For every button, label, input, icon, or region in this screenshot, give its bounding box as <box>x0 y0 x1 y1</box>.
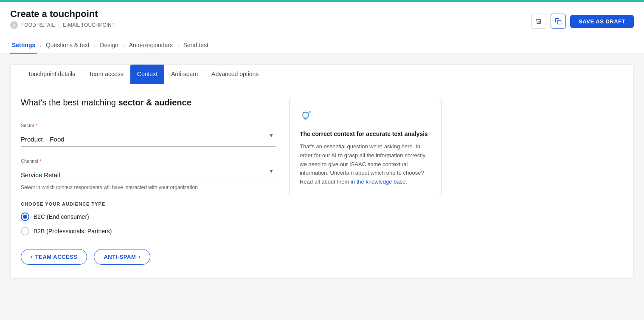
sector-label: Sector * <box>21 123 37 128</box>
info-card-title: The correct context for accurate text an… <box>300 130 431 137</box>
breadcrumb: ⊘ FOOD RETAIL | E-MAIL TOUCHPOINT <box>10 21 115 29</box>
main-card: Touchpoint details Team access Context A… <box>10 64 634 279</box>
sector-field: Sector * Product – FoodProduct – Non-Foo… <box>21 119 276 147</box>
top-bar: Create a touchpoint ⊘ FOOD RETAIL | E-MA… <box>0 0 644 54</box>
save-draft-button[interactable]: SAVE AS DRAFT <box>570 15 634 28</box>
sector-select[interactable]: Product – FoodProduct – Non-FoodServiceO… <box>21 126 276 147</box>
channel-label: Channel * <box>21 159 41 164</box>
delete-button[interactable] <box>531 14 546 29</box>
next-btn-label: ANTI-SPAM <box>104 254 136 260</box>
b2b-label: B2B (Professionals, Partners) <box>34 228 112 235</box>
main-content: Touchpoint details Team access Context A… <box>0 54 644 289</box>
back-icon: ‹ <box>31 254 33 260</box>
back-team-access-button[interactable]: ‹ TEAM ACCESS <box>21 249 87 265</box>
audience-b2c-option[interactable]: B2C (End consumer) <box>21 212 276 221</box>
sub-tabs: Touchpoint details Team access Context A… <box>11 65 633 84</box>
back-btn-label: TEAM ACCESS <box>35 254 78 260</box>
svg-point-1 <box>303 112 309 118</box>
tab-send-test[interactable]: Send test <box>182 37 210 54</box>
left-section: What's the best matching sector & audien… <box>21 98 276 265</box>
org-icon: ⊘ <box>10 21 18 29</box>
b2c-label: B2C (End consumer) <box>34 213 89 220</box>
breadcrumb-separator: | <box>58 22 59 28</box>
sub-tab-team-access[interactable]: Team access <box>82 65 130 84</box>
svg-line-4 <box>303 112 304 113</box>
copy-button[interactable] <box>551 14 566 29</box>
tab-settings[interactable]: Settings <box>10 37 37 54</box>
info-card-body: That's an essential question we're askin… <box>300 142 431 187</box>
sub-tab-anti-spam[interactable]: Anti-spam <box>164 65 205 84</box>
audience-title: CHOOSE YOUR AUDIENCE TYPE <box>21 201 276 207</box>
knowledge-base-link[interactable]: in the knowledge base <box>351 178 405 185</box>
card-body: What's the best matching sector & audien… <box>11 84 633 278</box>
trash-icon <box>535 18 542 25</box>
channel-select[interactable]: Service RetailService OnlineProduct Reta… <box>21 162 276 182</box>
tab-auto-responders[interactable]: Auto-responders <box>127 37 175 54</box>
channel-field: Channel * Service RetailService OnlinePr… <box>21 155 276 191</box>
section-title: What's the best matching sector & audien… <box>21 98 276 108</box>
top-actions: SAVE AS DRAFT <box>531 14 634 29</box>
info-card: ✦ The correct context for accurate text … <box>289 98 442 197</box>
tab-questions-text[interactable]: Questions & text <box>44 37 91 54</box>
page-title: Create a touchpoint <box>10 8 115 20</box>
breadcrumb-type: E-MAIL TOUCHPOINT <box>63 22 115 28</box>
next-anti-spam-button[interactable]: ANTI-SPAM › <box>94 249 150 265</box>
nav-tabs: Settings › Questions & text › Design › A… <box>10 37 634 54</box>
b2b-radio[interactable] <box>21 227 29 235</box>
channel-hint: Select in which context respondents will… <box>21 184 276 191</box>
sub-tab-context[interactable]: Context <box>130 65 164 84</box>
copy-icon <box>555 18 562 25</box>
b2c-radio[interactable] <box>21 212 29 221</box>
next-icon: › <box>138 254 141 260</box>
svg-rect-0 <box>557 20 561 24</box>
audience-b2b-option[interactable]: B2B (Professionals, Partners) <box>21 227 276 235</box>
sub-tab-touchpoint-details[interactable]: Touchpoint details <box>21 65 82 84</box>
svg-text:✦: ✦ <box>308 110 312 114</box>
bottom-nav: ‹ TEAM ACCESS ANTI-SPAM › <box>21 249 276 265</box>
tab-design[interactable]: Design <box>98 37 120 54</box>
lightbulb-icon: ✦ <box>300 108 431 125</box>
breadcrumb-org: FOOD RETAIL <box>21 22 55 28</box>
sub-tab-advanced-options[interactable]: Advanced options <box>205 65 265 84</box>
